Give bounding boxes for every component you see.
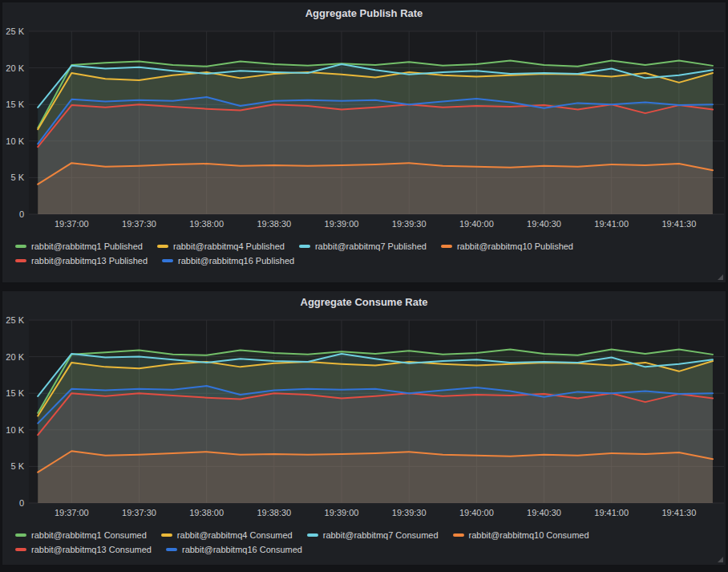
legend-label: rabbit@rabbitmq10 Consumed <box>469 530 589 540</box>
series-fill-5 <box>38 386 713 503</box>
y-tick-label: 20 K <box>6 63 24 73</box>
legend-label: rabbit@rabbitmq7 Consumed <box>323 530 439 540</box>
y-tick-label: 5 K <box>10 172 24 182</box>
legend-item[interactable]: rabbit@rabbitmq4 Consumed <box>161 530 293 540</box>
y-tick-label: 0 <box>19 498 24 508</box>
legend-label: rabbit@rabbitmq7 Published <box>315 241 427 251</box>
publish-rate-chart[interactable]: 05 K10 K15 K20 K25 K19:37:0019:37:3019:3… <box>2 23 727 232</box>
x-tick-label: 19:37:30 <box>122 508 156 517</box>
x-tick-label: 19:37:00 <box>55 508 89 517</box>
panel-resize-handle[interactable] <box>718 274 723 280</box>
legend-item[interactable]: rabbit@rabbitmq4 Published <box>157 241 285 251</box>
x-tick-label: 19:38:30 <box>257 219 291 229</box>
legend-item[interactable]: rabbit@rabbitmq10 Consumed <box>453 530 589 540</box>
legend-swatch <box>453 533 464 537</box>
x-tick-label: 19:39:00 <box>325 219 359 229</box>
legend-item[interactable]: rabbit@rabbitmq7 Consumed <box>307 530 439 540</box>
y-tick-label: 10 K <box>6 425 24 435</box>
legend-swatch <box>15 533 26 537</box>
legend-swatch <box>15 259 26 262</box>
legend-swatch <box>162 259 173 262</box>
legend-swatch <box>307 533 318 537</box>
x-tick-label: 19:39:30 <box>392 508 427 517</box>
legend-item[interactable]: rabbit@rabbitmq7 Published <box>299 241 427 251</box>
legend-item[interactable]: rabbit@rabbitmq1 Published <box>15 241 143 251</box>
panel-title[interactable]: Aggregate Consume Rate <box>2 291 726 312</box>
legend-label: rabbit@rabbitmq13 Published <box>31 256 148 266</box>
y-tick-label: 5 K <box>10 461 24 471</box>
y-tick-label: 20 K <box>6 352 24 362</box>
y-tick-label: 25 K <box>6 315 24 325</box>
x-tick-label: 19:40:30 <box>527 508 561 517</box>
legend-swatch <box>441 245 452 248</box>
dashboard: Aggregate Publish Rate 05 K10 K15 K20 K2… <box>0 0 728 567</box>
y-tick-label: 15 K <box>6 99 24 109</box>
legend-item[interactable]: rabbit@rabbitmq13 Published <box>15 256 148 266</box>
panel-consume-rate: Aggregate Consume Rate 05 K10 K15 K20 K2… <box>2 290 726 566</box>
legend-label: rabbit@rabbitmq16 Consumed <box>182 545 302 554</box>
x-tick-label: 19:39:30 <box>392 219 427 229</box>
x-tick-label: 19:40:00 <box>459 508 494 517</box>
x-tick-label: 19:37:00 <box>55 219 89 229</box>
x-tick-label: 19:38:00 <box>189 508 224 517</box>
x-tick-label: 19:41:30 <box>661 508 696 517</box>
x-tick-label: 19:38:00 <box>189 219 224 229</box>
x-tick-label: 19:41:00 <box>594 508 629 517</box>
legend-swatch <box>15 245 26 248</box>
legend: rabbit@rabbitmq1 Publishedrabbit@rabbitm… <box>2 232 726 266</box>
legend-swatch <box>166 548 177 551</box>
legend-label: rabbit@rabbitmq13 Consumed <box>31 545 152 554</box>
x-tick-label: 19:41:30 <box>661 219 696 229</box>
legend-label: rabbit@rabbitmq16 Published <box>178 256 294 266</box>
consume-rate-chart[interactable]: 05 K10 K15 K20 K25 K19:37:0019:37:3019:3… <box>2 312 727 521</box>
legend-item[interactable]: rabbit@rabbitmq13 Consumed <box>15 545 152 554</box>
y-tick-label: 25 K <box>6 26 24 36</box>
legend-item[interactable]: rabbit@rabbitmq16 Published <box>162 256 294 266</box>
legend-label: rabbit@rabbitmq1 Published <box>31 241 143 251</box>
x-tick-label: 19:39:00 <box>325 508 359 517</box>
y-tick-label: 10 K <box>6 136 24 146</box>
legend-label: rabbit@rabbitmq1 Consumed <box>31 530 147 540</box>
legend-label: rabbit@rabbitmq4 Consumed <box>177 530 293 540</box>
legend-item[interactable]: rabbit@rabbitmq10 Published <box>441 241 573 251</box>
legend-item[interactable]: rabbit@rabbitmq16 Consumed <box>166 545 302 554</box>
legend-swatch <box>161 533 172 537</box>
y-tick-label: 0 <box>19 209 24 219</box>
legend-label: rabbit@rabbitmq10 Published <box>457 241 573 251</box>
panel-resize-handle[interactable] <box>718 557 723 562</box>
x-tick-label: 19:40:30 <box>527 219 561 229</box>
legend-swatch <box>15 548 26 551</box>
x-tick-label: 19:41:00 <box>594 219 629 229</box>
y-tick-label: 15 K <box>6 388 24 398</box>
legend-swatch <box>299 245 310 248</box>
legend-item[interactable]: rabbit@rabbitmq1 Consumed <box>15 530 147 540</box>
x-tick-label: 19:40:00 <box>459 219 494 229</box>
panel-title[interactable]: Aggregate Publish Rate <box>2 2 726 23</box>
legend-swatch <box>157 245 168 248</box>
legend: rabbit@rabbitmq1 Consumedrabbit@rabbitmq… <box>2 521 726 554</box>
panel-publish-rate: Aggregate Publish Rate 05 K10 K15 K20 K2… <box>2 2 726 283</box>
x-tick-label: 19:37:30 <box>122 219 156 229</box>
legend-label: rabbit@rabbitmq4 Published <box>173 241 285 251</box>
x-tick-label: 19:38:30 <box>257 508 291 517</box>
series-fill-5 <box>38 97 713 214</box>
